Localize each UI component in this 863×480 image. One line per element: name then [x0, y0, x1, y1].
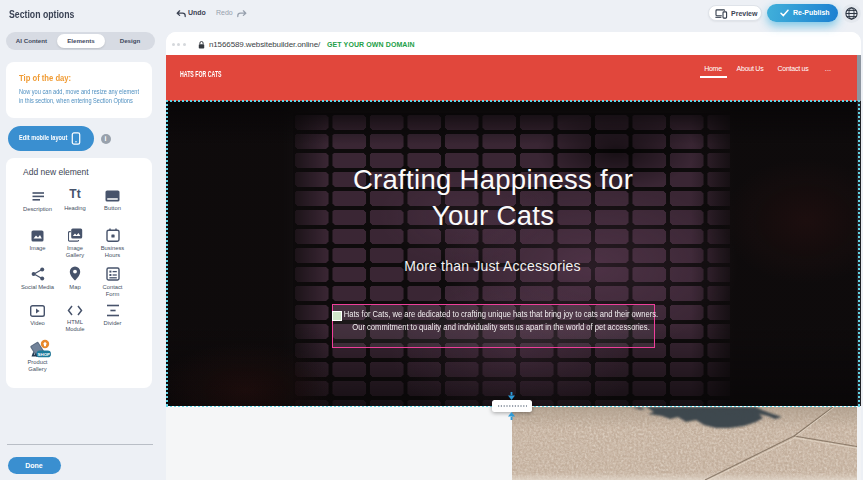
- svg-text:SHOP: SHOP: [37, 352, 50, 357]
